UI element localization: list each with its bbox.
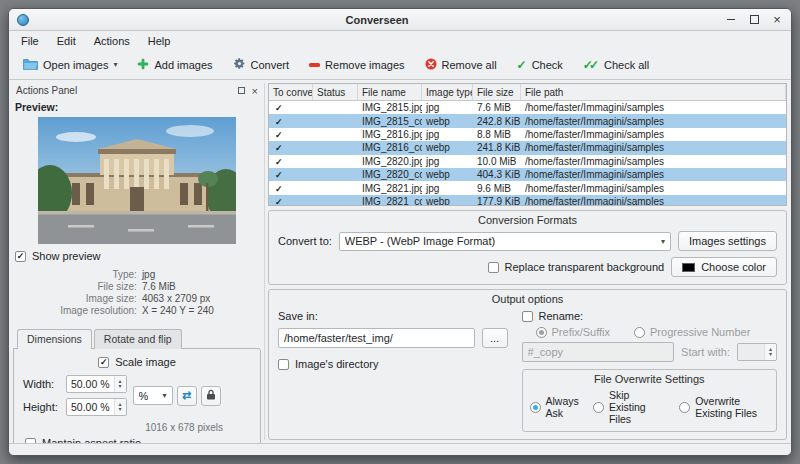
checkbox-unchecked-icon (522, 311, 533, 322)
checkmark-icon[interactable]: ✓ (273, 143, 283, 153)
toolbar: Open images ▾ Add images Convert Remove … (9, 50, 791, 80)
always-ask-radio[interactable]: Always Ask (530, 389, 579, 425)
close-panel-icon[interactable]: × (252, 87, 258, 95)
cell-to-convert[interactable]: ✓ (269, 183, 313, 194)
cancel-circle-icon (425, 58, 437, 72)
browse-button[interactable]: ... (482, 328, 508, 348)
lock-ratio-button[interactable] (201, 386, 221, 406)
cell-to-convert[interactable]: ✓ (269, 156, 313, 167)
scale-image-label: Scale image (115, 356, 176, 368)
maximize-icon[interactable] (748, 14, 760, 26)
checkbox-unchecked-icon (278, 359, 289, 370)
checkmark-icon[interactable]: ✓ (273, 197, 283, 205)
app-icon (17, 14, 29, 26)
header-file-name[interactable]: File name (358, 84, 422, 100)
remove-all-label: Remove all (442, 59, 497, 71)
check-button[interactable]: ✓ Check (510, 55, 570, 75)
progressive-number-radio[interactable]: Progressive Number (634, 326, 750, 338)
checkmark-icon[interactable]: ✓ (273, 170, 283, 180)
checkmark-icon[interactable]: ✓ (273, 130, 283, 140)
menu-help[interactable]: Help (140, 33, 179, 49)
open-images-button[interactable]: Open images ▾ (16, 54, 124, 76)
table-row[interactable]: ✓ IMG_2820.jpg jpg 10.0 MiB /home/faster… (269, 155, 786, 168)
remove-images-label: Remove images (325, 59, 404, 71)
replace-background-label: Replace transparent background (505, 261, 665, 273)
table-row[interactable]: ✓ IMG_2816.jpg jpg 8.8 MiB /home/faster/… (269, 128, 786, 141)
prefix-suffix-radio[interactable]: Prefix/Suffix (536, 326, 611, 338)
overwrite-existing-radio[interactable]: Overwrite Existing Files (679, 389, 769, 425)
cell-image-type: jpg (422, 129, 473, 140)
reset-dimensions-button[interactable]: ⇄ (177, 386, 197, 406)
cell-file-name: IMG_2815_co... (358, 116, 422, 127)
convert-button[interactable]: Convert (226, 53, 297, 76)
menu-actions[interactable]: Actions (86, 33, 138, 49)
cell-to-convert[interactable]: ✓ (269, 169, 313, 180)
minus-icon (309, 63, 320, 67)
titlebar[interactable]: Converseen × (9, 9, 791, 31)
save-path-input[interactable] (278, 328, 475, 348)
window-title: Converseen (35, 14, 719, 26)
cell-to-convert[interactable]: ✓ (269, 142, 313, 153)
float-panel-icon[interactable] (238, 87, 245, 94)
cell-file-size: 10.0 MiB (473, 156, 521, 167)
tab-rotate-flip[interactable]: Rotate and flip (94, 329, 182, 349)
header-to-convert[interactable]: To convert (269, 84, 313, 100)
tab-dimensions[interactable]: Dimensions (17, 329, 92, 349)
header-status[interactable]: Status (313, 84, 358, 100)
width-spinner[interactable]: 50.00 % ▴▾ (66, 375, 127, 393)
skip-existing-radio[interactable]: Skip Existing Files (593, 389, 665, 425)
header-image-type[interactable]: Image type (422, 84, 473, 100)
check-all-button[interactable]: ✓✓ Check all (576, 55, 656, 75)
remove-images-button[interactable]: Remove images (302, 55, 411, 75)
table-row[interactable]: ✓ IMG_2820_co... webp 404.3 KiB /home/fa… (269, 168, 786, 181)
cell-image-type: webp (422, 196, 473, 205)
add-images-label: Add images (154, 59, 212, 71)
menubar: File Edit Actions Help (9, 31, 791, 50)
cell-file-name: IMG_2820_co... (358, 169, 422, 180)
remove-all-button[interactable]: Remove all (418, 54, 504, 76)
cell-file-path: /home/faster/Immagini/samples (521, 102, 786, 113)
table-row[interactable]: ✓ IMG_2821.jpg jpg 9.6 MiB /home/faster/… (269, 181, 786, 194)
header-file-size[interactable]: File size (473, 84, 521, 100)
save-in-label: Save in: (278, 310, 508, 322)
scale-image-checkbox[interactable]: ✓ Scale image (23, 356, 251, 368)
minimize-icon[interactable] (725, 14, 737, 26)
images-directory-checkbox[interactable]: Image's directory (278, 358, 508, 370)
table-row[interactable]: ✓ IMG_2816_co... webp 241.8 KiB /home/fa… (269, 141, 786, 154)
cell-to-convert[interactable]: ✓ (269, 116, 313, 127)
cell-file-name: IMG_2816_co... (358, 142, 422, 153)
checkbox-checked-icon: ✓ (98, 357, 109, 368)
replace-background-checkbox[interactable]: Replace transparent background (488, 261, 665, 273)
overwrite-settings-title: File Overwrite Settings (530, 373, 769, 385)
rename-pattern-input[interactable] (522, 342, 675, 362)
unit-select[interactable]: % ▾ (133, 386, 173, 405)
cell-file-size: 9.6 MiB (473, 183, 521, 194)
cell-to-convert[interactable]: ✓ (269, 102, 313, 113)
images-settings-button[interactable]: Images settings (678, 231, 777, 251)
rename-checkbox[interactable]: Rename: (522, 310, 777, 322)
window-controls: × (725, 14, 783, 26)
start-with-spinner[interactable]: ▴▾ (737, 343, 777, 361)
format-select[interactable]: WEBP - (WebP Image Format) ▾ (339, 232, 671, 251)
table-row[interactable]: ✓ IMG_2815_co... webp 242.8 KiB /home/fa… (269, 114, 786, 127)
height-spinner[interactable]: 50.00 % ▴▾ (66, 398, 127, 416)
table-row[interactable]: ✓ IMG_2815.jpg jpg 7.6 MiB /home/faster/… (269, 101, 786, 114)
menu-file[interactable]: File (13, 33, 47, 49)
checkmark-icon[interactable]: ✓ (273, 117, 283, 127)
menu-edit[interactable]: Edit (49, 33, 84, 49)
spinner-arrows-icon[interactable]: ▴▾ (114, 376, 126, 392)
checkmark-icon[interactable]: ✓ (273, 157, 283, 167)
checkmark-icon[interactable]: ✓ (273, 184, 283, 194)
info-resolution-value: X = 240 Y = 240 (142, 305, 214, 316)
choose-color-button[interactable]: Choose color (671, 257, 777, 277)
table-row[interactable]: ✓ IMG_2821_co... webp 177.9 KiB /home/fa… (269, 195, 786, 205)
close-icon[interactable]: × (771, 14, 783, 26)
add-images-button[interactable]: Add images (130, 54, 219, 76)
show-preview-checkbox[interactable]: ✓ Show preview (15, 250, 259, 262)
header-file-path[interactable]: File path (521, 84, 786, 100)
spinner-arrows-icon[interactable]: ▴▾ (114, 399, 126, 415)
cell-to-convert[interactable]: ✓ (269, 129, 313, 140)
cell-to-convert[interactable]: ✓ (269, 196, 313, 205)
spinner-arrows-icon[interactable]: ▴▾ (764, 344, 776, 360)
checkmark-icon[interactable]: ✓ (273, 103, 283, 113)
